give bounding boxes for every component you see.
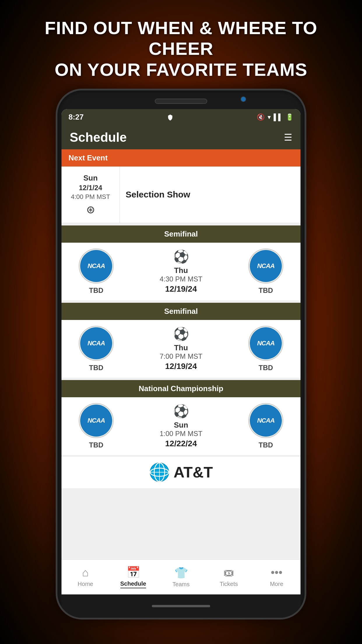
nav-label-more: More xyxy=(270,581,283,587)
att-brand-text: AT&T xyxy=(174,463,213,481)
filter-icon[interactable]: ☰ xyxy=(284,132,292,143)
nav-item-more[interactable]: ••• More xyxy=(253,560,301,594)
section-header-championship: National Championship xyxy=(61,380,301,397)
ncaa-logo-5: NCAA xyxy=(80,405,112,437)
ncaa-logo-4: NCAA xyxy=(250,327,282,359)
team2-name-2: TBD xyxy=(259,364,273,372)
phone-speaker xyxy=(155,99,207,104)
volleyball-icon-2: ⚽ xyxy=(173,326,189,342)
event-date-col: Sun 12/1/24 4:00 PM MST ⊛ xyxy=(61,167,120,223)
teams-icon: 👕 xyxy=(174,566,188,579)
nav-label-teams: Teams xyxy=(173,581,190,588)
match-time-2: 7:00 PM MST xyxy=(160,352,203,360)
nav-label-home: Home xyxy=(78,581,93,587)
tickets-icon: 🎟 xyxy=(223,566,234,579)
match-card-2[interactable]: NCAA TBD ⚽ Thu 7:00 PM MST 12/19/24 NCAA… xyxy=(61,320,301,378)
nav-item-schedule[interactable]: 📅 Schedule xyxy=(109,560,157,594)
event-day: Sun xyxy=(83,174,98,183)
match-date-3: 12/22/24 xyxy=(165,439,197,448)
nav-label-tickets: Tickets xyxy=(220,581,238,587)
bottom-nav: ⌂ Home 📅 Schedule 👕 Teams 🎟 Tickets ••• … xyxy=(61,559,301,594)
signal-icon: ▌▌ xyxy=(274,113,283,121)
team1-logo-2: NCAA xyxy=(79,326,114,361)
section-header-semifinal-1: Semifinal xyxy=(61,225,301,243)
ncaa-logo-2: NCAA xyxy=(250,250,282,282)
team2-col-1: NCAA TBD xyxy=(238,249,294,295)
wifi-icon: ▾ xyxy=(268,113,271,121)
ncaa-logo-1: NCAA xyxy=(80,250,112,282)
team1-col-2: NCAA TBD xyxy=(68,326,124,372)
match-time-3: 1:00 PM MST xyxy=(160,430,203,438)
event-name: Selection Show xyxy=(126,190,190,200)
event-name-col: Selection Show xyxy=(120,167,301,223)
nav-item-home[interactable]: ⌂ Home xyxy=(61,560,109,594)
home-icon: ⌂ xyxy=(82,566,89,579)
team1-col-1: NCAA TBD xyxy=(68,249,124,295)
team1-logo-1: NCAA xyxy=(79,249,114,284)
volleyball-icon-1: ⚽ xyxy=(173,249,189,264)
nav-item-teams[interactable]: 👕 Teams xyxy=(157,560,205,594)
status-bar: 8:27 🔇 ▾ ▌▌ 🔋 xyxy=(61,109,301,125)
home-indicator xyxy=(152,605,210,607)
team2-logo-1: NCAA xyxy=(248,249,283,284)
att-logo: AT&T xyxy=(149,462,213,482)
app-header: Schedule ☰ xyxy=(61,125,301,149)
phone-camera xyxy=(240,96,246,102)
team2-logo-2: NCAA xyxy=(248,326,283,361)
match-date-1: 12/19/24 xyxy=(165,284,197,294)
match-center-2: ⚽ Thu 7:00 PM MST 12/19/24 xyxy=(124,326,238,371)
team2-col-2: NCAA TBD xyxy=(238,326,294,372)
nav-label-schedule: Schedule xyxy=(120,580,146,588)
app-content: Next Event Sun 12/1/24 4:00 PM MST ⊛ Sel… xyxy=(61,149,301,559)
ad-banner: AT&T xyxy=(61,456,301,488)
team2-logo-3: NCAA xyxy=(248,403,283,438)
next-event-banner: Next Event xyxy=(61,149,301,167)
team2-name-1: TBD xyxy=(259,286,273,295)
match-time-1: 4:30 PM MST xyxy=(160,275,203,283)
team1-name-3: TBD xyxy=(89,441,103,449)
mute-icon: 🔇 xyxy=(257,113,265,121)
team1-logo-3: NCAA xyxy=(79,403,114,438)
team1-name-2: TBD xyxy=(89,364,103,372)
ncaa-logo-6: NCAA xyxy=(250,405,282,437)
phone-screen: 8:27 🔇 ▾ ▌▌ 🔋 Schedule ☰ Next Event S xyxy=(61,109,301,594)
ncaa-logo-3: NCAA xyxy=(80,327,112,359)
shield-icon xyxy=(167,114,173,120)
phone-device: 8:27 🔇 ▾ ▌▌ 🔋 Schedule ☰ Next Event S xyxy=(56,89,306,620)
att-globe-icon xyxy=(149,462,170,482)
schedule-icon: 📅 xyxy=(126,566,140,579)
match-card-3[interactable]: NCAA TBD ⚽ Sun 1:00 PM MST 12/22/24 NCAA… xyxy=(61,397,301,455)
team1-name-1: TBD xyxy=(89,286,103,295)
match-card-1[interactable]: NCAA TBD ⚽ Thu 4:30 PM MST 12/19/24 NCAA… xyxy=(61,243,301,300)
volleyball-icon-3: ⚽ xyxy=(173,404,189,419)
more-icon: ••• xyxy=(271,566,282,579)
battery-icon: 🔋 xyxy=(286,113,294,121)
event-date: 12/1/24 xyxy=(79,184,102,192)
team1-col-3: NCAA TBD xyxy=(68,403,124,449)
event-time: 4:00 PM MST xyxy=(71,193,110,201)
match-date-2: 12/19/24 xyxy=(165,362,197,371)
team2-name-3: TBD xyxy=(259,441,273,449)
match-center-3: ⚽ Sun 1:00 PM MST 12/22/24 xyxy=(124,404,238,448)
page-headline: FIND OUT WHEN & WHERE TO CHEER ON YOUR F… xyxy=(0,18,362,80)
match-center-1: ⚽ Thu 4:30 PM MST 12/19/24 xyxy=(124,249,238,294)
status-icons: 🔇 ▾ ▌▌ 🔋 xyxy=(257,113,294,121)
match-day-3: Sun xyxy=(174,421,188,430)
next-event-card[interactable]: Sun 12/1/24 4:00 PM MST ⊛ Selection Show xyxy=(61,167,301,223)
phone-bottom-bar xyxy=(61,594,301,618)
nav-item-tickets[interactable]: 🎟 Tickets xyxy=(205,560,253,594)
match-day-1: Thu xyxy=(174,266,188,275)
match-day-2: Thu xyxy=(174,343,188,352)
section-header-semifinal-2: Semifinal xyxy=(61,303,301,320)
team2-col-3: NCAA TBD xyxy=(238,403,294,449)
star-icon: ⊛ xyxy=(86,204,95,216)
app-title: Schedule xyxy=(70,130,127,145)
status-time: 8:27 xyxy=(68,113,84,122)
